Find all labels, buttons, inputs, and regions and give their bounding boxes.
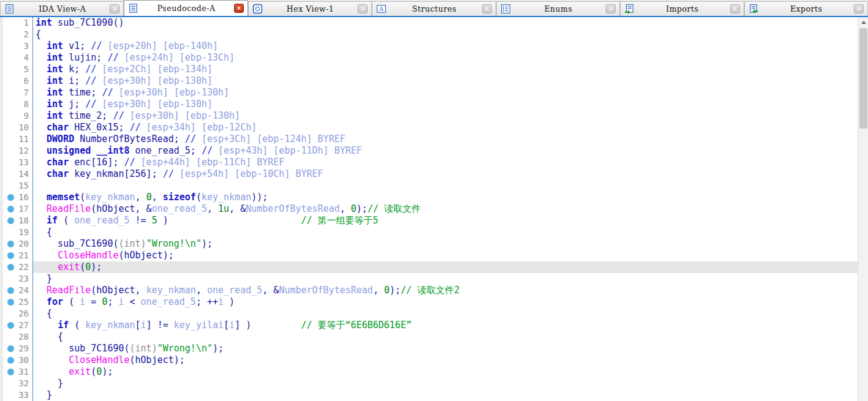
- gutter-line-32[interactable]: 32: [3, 378, 33, 389]
- code-line-19[interactable]: 19 {: [3, 227, 858, 238]
- gutter-line-18[interactable]: 18: [3, 215, 33, 227]
- tab-hex-view-1[interactable]: Hex View-1×: [248, 1, 372, 16]
- code-line-16[interactable]: 16 memset(key_nkman, 0, sizeof(key_nkman…: [3, 192, 858, 203]
- code-line-10[interactable]: 10 char HEX_0x15; // [esp+34h] [ebp-12Ch…: [3, 122, 858, 133]
- gutter-line-12[interactable]: 12: [3, 145, 33, 157]
- breakpoint-dot[interactable]: [7, 217, 14, 224]
- code-line-17[interactable]: 17 ReadFile(hObject, &one_read_5, 1u, &N…: [3, 203, 858, 215]
- gutter-line-3[interactable]: 3: [3, 40, 33, 52]
- code-line-5[interactable]: 5 int k; // [esp+2Ch] [ebp-134h]: [3, 64, 858, 75]
- gutter-line-28[interactable]: 28: [3, 331, 33, 343]
- gutter-line-11[interactable]: 11: [3, 133, 33, 145]
- code-line-15[interactable]: 15: [3, 180, 858, 192]
- tab-close-button-ida-view-a[interactable]: ×: [110, 4, 119, 13]
- code-line-31[interactable]: 31 exit(0);: [3, 366, 858, 378]
- scrollbar-thumb[interactable]: [859, 28, 867, 129]
- tab-exports[interactable]: Exports×: [744, 1, 868, 16]
- breakpoint-dot[interactable]: [7, 369, 14, 375]
- tab-close-button-hex-view-1[interactable]: ×: [358, 4, 368, 13]
- breakpoint-dot[interactable]: [7, 345, 14, 352]
- token-def: ));: [251, 192, 268, 203]
- gutter-line-17[interactable]: 17: [3, 203, 33, 215]
- gutter-line-7[interactable]: 7: [3, 87, 33, 99]
- tab-pseudocode-a[interactable]: Pseudocode-A×: [124, 0, 247, 16]
- code-line-24[interactable]: 24 ReadFile(hObject, key_nkman, one_read…: [3, 285, 858, 296]
- gutter-line-6[interactable]: 6: [3, 75, 33, 87]
- gutter-line-20[interactable]: 20: [3, 238, 33, 250]
- token-var: key_nkman: [85, 320, 135, 331]
- code-line-26[interactable]: 26 {: [3, 308, 858, 320]
- breakpoint-dot[interactable]: [7, 206, 14, 212]
- code-line-4[interactable]: 4 int lujin; // [esp+24h] [ebp-13Ch]: [3, 52, 858, 64]
- code-line-27[interactable]: 27 if ( key_nkman[i] != key_yilai[i] ) /…: [3, 320, 858, 331]
- gutter-line-2[interactable]: 2: [3, 29, 33, 40]
- gutter-line-23[interactable]: 23: [3, 273, 33, 285]
- pseudocode-editor[interactable]: 1int sub_7C1090()2{3 int v1; // [esp+20h…: [0, 17, 868, 401]
- gutter-line-10[interactable]: 10: [3, 122, 33, 133]
- code-line-12[interactable]: 12 unsigned __int8 one_read_5; // [esp+4…: [3, 145, 858, 157]
- gutter-line-27[interactable]: 27: [3, 320, 33, 331]
- code-line-11[interactable]: 11 DWORD NumberOfBytesRead; // [esp+3Ch]…: [3, 133, 858, 145]
- code-line-32[interactable]: 32 }: [3, 378, 858, 389]
- code-line-9[interactable]: 9 int time_2; // [esp+30h] [ebp-130h]: [3, 110, 858, 122]
- code-line-18[interactable]: 18 if ( one_read_5 != 5 ) // 第一组要等于5: [3, 215, 858, 227]
- gutter-line-29[interactable]: 29: [3, 343, 33, 354]
- breakpoint-dot[interactable]: [7, 299, 14, 305]
- breakpoint-dot[interactable]: [7, 252, 14, 259]
- gutter-line-31[interactable]: 31: [3, 366, 33, 378]
- gutter-line-26[interactable]: 26: [3, 308, 33, 320]
- code-line-2[interactable]: 2{: [3, 29, 858, 40]
- gutter-line-19[interactable]: 19: [3, 227, 33, 238]
- code-line-6[interactable]: 6 int i; // [esp+30h] [ebp-130h]: [3, 75, 858, 87]
- tab-imports[interactable]: Imports×: [620, 1, 744, 16]
- code-line-7[interactable]: 7 int time; // [esp+30h] [ebp-130h]: [3, 87, 858, 99]
- gutter-line-33[interactable]: 33: [3, 389, 33, 401]
- breakpoint-dot[interactable]: [7, 287, 14, 294]
- code-line-13[interactable]: 13 char enc[16]; // [esp+44h] [ebp-11Ch]…: [3, 157, 858, 168]
- gutter-line-21[interactable]: 21: [3, 250, 33, 261]
- code-line-21[interactable]: 21 CloseHandle(hObject);: [3, 250, 858, 261]
- code-line-29[interactable]: 29 sub_7C1690((int)"Wrong!\n");: [3, 343, 858, 354]
- tab-close-button-enums[interactable]: ×: [606, 4, 616, 13]
- gutter-line-13[interactable]: 13: [3, 157, 33, 168]
- code-line-1[interactable]: 1int sub_7C1090(): [3, 17, 858, 29]
- tab-close-button-pseudocode-a[interactable]: ×: [234, 4, 244, 13]
- code-line-28[interactable]: 28 {: [3, 331, 858, 343]
- code-line-3[interactable]: 3 int v1; // [esp+20h] [ebp-140h]: [3, 40, 858, 52]
- code-line-30[interactable]: 30 CloseHandle(hObject);: [3, 354, 858, 366]
- gutter-line-22[interactable]: 22: [3, 261, 33, 273]
- tab-structures[interactable]: AStructures×: [372, 1, 496, 16]
- gutter-line-14[interactable]: 14: [3, 168, 33, 180]
- token-var: key_nkman: [85, 192, 135, 203]
- gutter-line-5[interactable]: 5: [3, 64, 33, 75]
- scrollbar[interactable]: [858, 17, 868, 401]
- code-line-33[interactable]: 33 }: [3, 389, 858, 401]
- tab-close-button-structures[interactable]: ×: [482, 4, 492, 13]
- gutter-line-30[interactable]: 30: [3, 354, 33, 366]
- breakpoint-dot[interactable]: [7, 322, 14, 329]
- tab-close-button-exports[interactable]: ×: [854, 4, 864, 13]
- tab-enums[interactable]: Enums×: [496, 1, 620, 16]
- code-line-23[interactable]: 23 }: [3, 273, 858, 285]
- breakpoint-dot[interactable]: [7, 357, 14, 364]
- tab-close-button-imports[interactable]: ×: [730, 4, 740, 13]
- gutter-line-1[interactable]: 1: [3, 17, 33, 29]
- breakpoint-dot[interactable]: [7, 264, 14, 271]
- gutter-line-16[interactable]: 16: [3, 192, 33, 203]
- code-line-20[interactable]: 20 sub_7C1690((int)"Wrong!\n");: [3, 238, 858, 250]
- gutter-line-8[interactable]: 8: [3, 99, 33, 110]
- code-line-8[interactable]: 8 int j; // [esp+30h] [ebp-130h]: [3, 99, 858, 110]
- gutter-line-25[interactable]: 25: [3, 296, 33, 308]
- code-line-14[interactable]: 14 char key_nkman[256]; // [esp+54h] [eb…: [3, 168, 858, 180]
- code-line-22[interactable]: 22 exit(0);: [3, 261, 858, 273]
- code-area[interactable]: 1int sub_7C1090()2{3 int v1; // [esp+20h…: [3, 17, 858, 401]
- tab-ida-view-a[interactable]: IDA View-A×: [0, 1, 124, 16]
- gutter-line-24[interactable]: 24: [3, 285, 33, 296]
- breakpoint-dot[interactable]: [7, 194, 14, 201]
- gutter-line-15[interactable]: 15: [3, 180, 33, 192]
- gutter-line-9[interactable]: 9: [3, 110, 33, 122]
- scrollbar-up-button[interactable]: [858, 17, 868, 28]
- breakpoint-dot[interactable]: [7, 241, 14, 247]
- gutter-line-4[interactable]: 4: [3, 52, 33, 64]
- code-line-25[interactable]: 25 for ( i = 0; i < one_read_5; ++i ): [3, 296, 858, 308]
